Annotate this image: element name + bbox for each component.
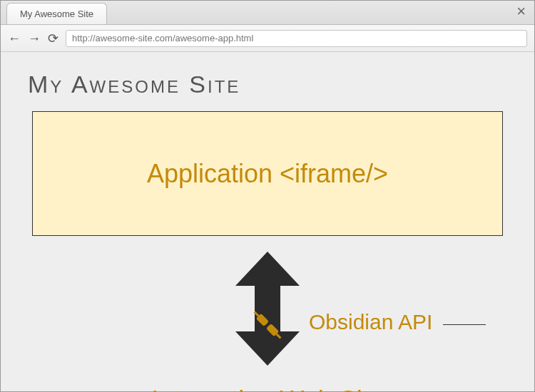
application-iframe-box: Application <iframe/>	[32, 111, 503, 236]
integration-label: Integration Web Site	[1, 386, 534, 392]
url-text: http://awesome-site.com/awesome-app.html	[72, 33, 253, 43]
browser-window: My Awesome Site × ← → ⟳ http://awesome-s…	[0, 0, 535, 392]
svg-line-4	[265, 326, 267, 328]
toolbar: ← → ⟳ http://awesome-site.com/awesome-ap…	[1, 25, 534, 52]
page-title: My Awesome Site	[28, 71, 507, 98]
svg-line-3	[268, 322, 270, 324]
svg-line-6	[277, 334, 281, 339]
connector-plug-icon	[248, 305, 287, 345]
browser-tab[interactable]: My Awesome Site	[6, 3, 107, 24]
tab-title: My Awesome Site	[20, 9, 93, 19]
api-rule-line	[443, 324, 486, 325]
close-icon[interactable]: ×	[516, 4, 526, 19]
reload-icon[interactable]: ⟳	[48, 32, 58, 45]
tab-bar: My Awesome Site ×	[1, 1, 534, 25]
api-label: Obsidian API	[309, 310, 432, 334]
back-icon[interactable]: ←	[8, 32, 21, 45]
url-bar[interactable]: http://awesome-site.com/awesome-app.html	[66, 30, 527, 47]
iframe-label: Application <iframe/>	[147, 159, 388, 189]
svg-line-2	[255, 312, 259, 316]
forward-icon[interactable]: →	[28, 32, 41, 45]
page-viewport: My Awesome Site Application <iframe/> Ob…	[1, 52, 534, 391]
